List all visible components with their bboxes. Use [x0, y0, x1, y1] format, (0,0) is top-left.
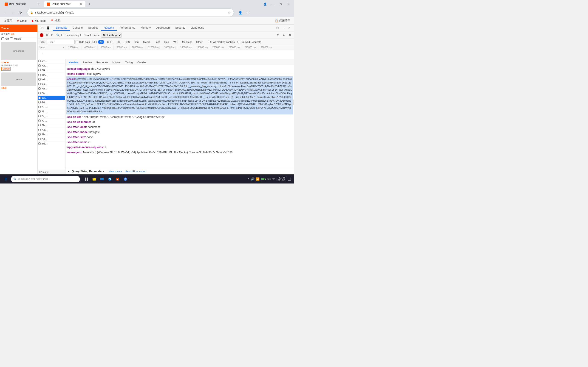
checkbox-return[interactable] [10, 37, 13, 40]
request-row-apl[interactable]: apl... [38, 96, 65, 100]
devtools-more-button[interactable]: ⋮ [281, 25, 286, 31]
tab-elements[interactable]: Elements [53, 25, 70, 31]
req-cb-k2[interactable] [38, 69, 41, 71]
taskbar-search[interactable]: 🔍 在这里输入您要搜索的内容 [11, 176, 80, 182]
tray-clock[interactable]: 12:35 2021/6/8 [276, 176, 285, 182]
tb-icon-file-explorer[interactable] [90, 175, 98, 183]
tb-icon-edge[interactable] [106, 175, 113, 183]
request-row-k2[interactable]: ??k... [38, 68, 65, 73]
request-row-e[interactable]: ??e... [38, 123, 65, 128]
user-profile-icon[interactable]: 👤 [237, 9, 243, 16]
devtools-settings-button[interactable]: ⚙ [275, 25, 280, 31]
filter-font[interactable]: Font [153, 40, 162, 44]
tab-sources[interactable]: Sources [86, 25, 101, 31]
filter-all[interactable]: All [98, 40, 104, 44]
tab-memory[interactable]: Memory [138, 25, 153, 31]
filter-xhr[interactable]: XHR [105, 40, 114, 44]
detail-tab-cookies[interactable]: Cookies [135, 60, 149, 65]
req-cb-a[interactable] [38, 92, 41, 94]
minimize-button[interactable]: — [269, 1, 277, 7]
request-row-x2[interactable]: ??x... [38, 132, 65, 137]
upload-har-button[interactable]: ⬆ [276, 33, 280, 37]
detail-tab-timing[interactable]: Timing [123, 60, 135, 65]
tray-lang-icon[interactable]: 中 [272, 177, 275, 181]
tab-console[interactable]: Console [70, 25, 86, 31]
filter-css[interactable]: CSS [123, 40, 132, 44]
bookmark-maps[interactable]: 📍 地图 [48, 18, 62, 23]
detail-tab-initiator[interactable]: Initiator [110, 60, 123, 65]
devtools-close-button[interactable]: ✕ [287, 25, 292, 31]
tb-icon-mail[interactable] [98, 175, 106, 183]
checkbox-freeship[interactable] [1, 37, 4, 40]
req-cb-u2[interactable] [38, 110, 41, 113]
search-button[interactable]: 🔍 [56, 33, 60, 37]
request-row-cor[interactable]: cor... [38, 73, 65, 77]
request-row-dat[interactable]: dat... [38, 100, 65, 105]
start-button[interactable]: ⊞ [2, 175, 10, 183]
profile-button[interactable]: 👤 [261, 1, 269, 7]
stop-record-button[interactable]: ⊘ [45, 33, 49, 37]
tb-icon-chrome[interactable] [122, 175, 129, 183]
tray-network-icon[interactable]: 📶 [256, 177, 259, 181]
tab-security[interactable]: Security [173, 25, 188, 31]
show-desktop-button[interactable] [287, 175, 292, 183]
req-cb-dat[interactable] [38, 101, 41, 103]
reload-button[interactable]: ↻ [17, 9, 24, 16]
filter-toggle-button[interactable]: ⊟ [50, 33, 54, 37]
close-button[interactable]: ✕ [285, 1, 292, 7]
filter-manifest[interactable]: Manifest [180, 40, 194, 44]
request-row-u1[interactable]: ??_... [38, 105, 65, 109]
bookmark-youtube[interactable]: ▶ YouTube [30, 19, 48, 23]
req-cb-n[interactable] [38, 87, 41, 90]
detail-tab-preview[interactable]: Preview [81, 60, 94, 65]
browser-menu-button[interactable]: ⋮ [245, 9, 251, 16]
request-row-n[interactable]: ??n... [38, 86, 65, 91]
nav-sort[interactable]: 综合排序 [1, 33, 10, 36]
view-source-link[interactable]: view source [109, 170, 122, 173]
tb-icon-powerpoint[interactable]: P [114, 175, 121, 183]
req-cb-t[interactable] [38, 138, 41, 140]
request-row-fon[interactable]: fon... [38, 82, 65, 86]
filter-media[interactable]: Media [141, 40, 152, 44]
download-har-button[interactable]: ⬇ [282, 33, 286, 37]
tab-close-2[interactable]: ✕ [79, 2, 83, 6]
request-row-u2[interactable]: ??_... [38, 109, 65, 114]
bookmark-star-icon[interactable]: ☆ [228, 11, 231, 15]
throttle-select[interactable]: No throttling Fast 3G Slow 3G [101, 33, 122, 38]
tab-performance[interactable]: Performance [117, 25, 138, 31]
forward-button[interactable]: › [10, 9, 16, 16]
new-tab-button[interactable]: + [86, 1, 93, 7]
has-blocked-cookies-checkbox[interactable] [208, 41, 211, 43]
detail-tab-headers[interactable]: Headers [66, 60, 81, 65]
request-row-x1[interactable]: ??x... [38, 128, 65, 132]
request-row-ind2[interactable]: ind ... [38, 142, 65, 146]
req-cb-ind[interactable] [38, 78, 41, 81]
request-row-t[interactable]: ??t... [38, 137, 65, 142]
req-cb-u3[interactable] [38, 115, 41, 117]
req-cb-sea[interactable] [38, 60, 41, 62]
preserve-log-checkbox[interactable] [61, 34, 64, 36]
tab-taobao-search[interactable]: 淘宝_百度搜索 ✕ [2, 1, 43, 7]
reading-list-button[interactable]: 📋 阅读清单 [273, 18, 292, 23]
req-cb-e[interactable] [38, 124, 41, 126]
request-row-ind[interactable]: ind... [38, 77, 65, 82]
req-cb-u4[interactable] [38, 119, 41, 122]
bookmark-gmail[interactable]: M Gmail [15, 19, 29, 23]
req-cb-u1[interactable] [38, 106, 41, 108]
devtools-inspect-icon[interactable]: ⊡ [40, 25, 45, 31]
req-cb-x2[interactable] [38, 133, 41, 135]
filter-img[interactable]: Img [132, 40, 140, 44]
request-row-sea[interactable]: sea... [38, 59, 65, 64]
request-row-a[interactable]: ??a... [38, 91, 65, 96]
network-settings-button[interactable]: ⚙ [288, 33, 292, 37]
req-cb-fon[interactable] [38, 83, 41, 85]
view-url-encoded-link[interactable]: view URL-encoded [125, 170, 146, 173]
timeline-close-btn[interactable]: ✕ [62, 45, 64, 50]
req-cb-apl[interactable] [38, 97, 41, 99]
detail-tab-response[interactable]: Response [94, 60, 110, 65]
qs-arrow-icon[interactable]: ▼ [67, 170, 70, 173]
tab-taobao-cosmetics[interactable]: 化妆品_淘宝搜索 ✕ [44, 1, 86, 7]
back-button[interactable]: ‹ [2, 9, 8, 16]
address-bar[interactable]: 🔒 s.taobao.com/search?q=化妆品 ☆ [27, 8, 234, 17]
devtools-device-icon[interactable]: 📱 [45, 25, 51, 31]
